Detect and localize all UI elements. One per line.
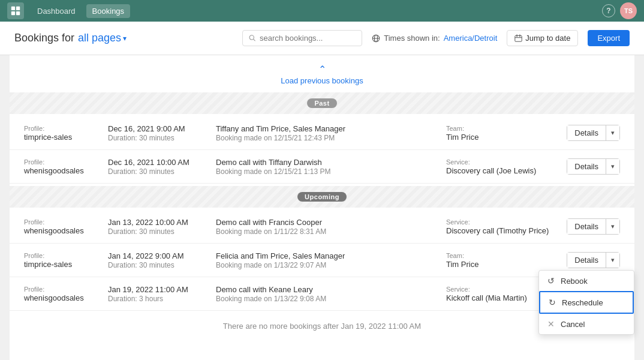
upcoming-section-divider: Upcoming xyxy=(10,186,634,208)
nav-bookings[interactable]: Bookings xyxy=(86,4,130,18)
profile-col: Profile: whenisgoodsales xyxy=(24,218,108,235)
bookings-card: ⌃ Load previous bookings Past Profile: t… xyxy=(10,55,634,360)
profile-col: Profile: whenisgoodsales xyxy=(24,286,108,302)
profile-label: Profile: xyxy=(24,218,108,226)
duration-value: Duration: 30 minutes xyxy=(108,134,216,142)
export-button[interactable]: Export xyxy=(588,30,630,46)
search-icon xyxy=(249,34,256,42)
globe-icon xyxy=(372,34,380,43)
timezone-info: Times shown in: America/Detroit xyxy=(372,34,497,43)
duration-value: Duration: 3 hours xyxy=(108,295,216,303)
actions-col: Details ▾ xyxy=(554,125,620,141)
header-controls: Times shown in: America/Detroit Jump to … xyxy=(242,30,630,46)
svg-rect-3 xyxy=(16,11,20,15)
date-value: Dec 16, 2021 9:00 AM xyxy=(108,124,216,133)
event-col: Demo call with Francis Cooper Booking ma… xyxy=(216,218,446,236)
timezone-value[interactable]: America/Detroit xyxy=(444,34,498,43)
date-value: Jan 14, 2022 9:00 AM xyxy=(108,251,216,260)
datetime-col: Jan 14, 2022 9:00 AM Duration: 30 minute… xyxy=(108,251,216,269)
all-pages-filter[interactable]: all pages ▾ xyxy=(78,32,127,44)
help-icon[interactable]: ? xyxy=(602,4,615,17)
booking-made: Booking made on 1/13/22 9:07 AM xyxy=(216,261,446,269)
booking-made: Booking made on 12/15/21 1:13 PM xyxy=(216,167,446,176)
service-label: Service: xyxy=(446,286,554,293)
duration-value: Duration: 30 minutes xyxy=(108,167,216,176)
all-pages-label: all pages xyxy=(78,32,121,44)
booking-made: Booking made on 12/15/21 12:43 PM xyxy=(216,134,446,142)
nav-dashboard[interactable]: Dashboard xyxy=(31,4,82,18)
svg-rect-9 xyxy=(515,35,522,41)
profile-value: whenisgoodsales xyxy=(24,166,108,175)
load-previous-button[interactable]: ⌃ Load previous bookings xyxy=(10,55,634,90)
profile-col: Profile: timprice-sales xyxy=(24,125,108,142)
svg-rect-2 xyxy=(11,11,15,15)
details-button[interactable]: Details xyxy=(567,253,606,268)
details-dropdown-trigger[interactable]: ▾ xyxy=(606,219,619,234)
timezone-label: Times shown in: xyxy=(384,34,440,43)
svg-line-5 xyxy=(254,39,255,41)
event-col: Tiffany and Tim Price, Sales Manager Boo… xyxy=(216,124,446,142)
booking-actions-dropdown: ↺ Rebook ↻ Reschedule ✕ Cancel xyxy=(538,270,634,335)
duration-value: Duration: 30 minutes xyxy=(108,261,216,269)
datetime-col: Dec 16, 2021 9:00 AM Duration: 30 minute… xyxy=(108,124,216,142)
page-title: Bookings for all pages ▾ xyxy=(14,32,127,44)
rebook-option[interactable]: ↺ Rebook xyxy=(539,271,634,291)
upcoming-label: Upcoming xyxy=(297,192,347,202)
main-content: ⌃ Load previous bookings Past Profile: t… xyxy=(0,55,644,360)
event-name: Demo call with Francis Cooper xyxy=(216,218,446,227)
team-col: Team: Tim Price xyxy=(446,252,554,269)
service-col: Service: Discovery call (Timothy Price) xyxy=(446,218,554,235)
search-container xyxy=(242,30,362,46)
team-value: Tim Price xyxy=(446,133,554,142)
details-button[interactable]: Details xyxy=(567,219,606,234)
event-col: Felicia and Tim Price, Sales Manager Boo… xyxy=(216,251,446,269)
load-previous-label: Load previous bookings xyxy=(281,76,363,85)
details-button[interactable]: Details xyxy=(567,125,606,140)
svg-rect-1 xyxy=(16,7,20,10)
reschedule-label: Reschedule xyxy=(562,298,603,307)
team-col: Team: Tim Price xyxy=(446,125,554,142)
calendar-icon xyxy=(514,34,522,42)
sub-header: Bookings for all pages ▾ Times shown in:… xyxy=(0,22,644,55)
filter-chevron-icon: ▾ xyxy=(123,34,127,43)
profile-value: whenisgoodsales xyxy=(24,293,108,302)
svg-rect-0 xyxy=(11,7,15,10)
reschedule-option[interactable]: ↻ Reschedule xyxy=(539,291,634,314)
event-col: Demo call with Keane Leary Booking made … xyxy=(216,285,446,303)
table-row: Profile: whenisgoodsales Jan 13, 2022 10… xyxy=(10,210,634,244)
details-button[interactable]: Details xyxy=(567,159,606,174)
datetime-col: Jan 13, 2022 10:00 AM Duration: 30 minut… xyxy=(108,218,216,236)
profile-col: Profile: whenisgoodsales xyxy=(24,158,108,175)
actions-col: Details ▾ xyxy=(554,158,620,175)
event-name: Demo call with Keane Leary xyxy=(216,285,446,294)
reschedule-icon: ↻ xyxy=(549,298,556,307)
rebook-icon: ↺ xyxy=(547,276,555,286)
details-btn-group: Details ▾ xyxy=(567,125,620,141)
service-value: Discovery call (Joe Lewis) xyxy=(446,166,554,175)
team-value: Tim Price xyxy=(446,260,554,269)
details-dropdown-trigger[interactable]: ▾ xyxy=(606,159,619,174)
profile-label: Profile: xyxy=(24,286,108,293)
datetime-col: Jan 19, 2022 11:00 AM Duration: 3 hours xyxy=(108,285,216,303)
top-navigation: Dashboard Bookings ? TS xyxy=(0,0,644,22)
jump-to-date-button[interactable]: Jump to date xyxy=(507,30,578,46)
details-dropdown-trigger[interactable]: ▾ xyxy=(606,253,619,268)
title-prefix: Bookings for xyxy=(14,32,74,44)
service-label: Service: xyxy=(446,158,554,166)
cancel-option[interactable]: ✕ Cancel xyxy=(539,314,634,334)
app-logo xyxy=(7,2,24,19)
jump-label: Jump to date xyxy=(525,34,570,43)
details-btn-group: Details ▾ xyxy=(567,158,620,175)
booking-made: Booking made on 1/13/22 9:08 AM xyxy=(216,295,446,303)
search-input[interactable] xyxy=(260,34,356,43)
team-label: Team: xyxy=(446,125,554,132)
details-btn-group: Details ▾ xyxy=(567,252,620,268)
no-more-label: There are no more bookings after Jan 19,… xyxy=(223,322,421,331)
service-label: Service: xyxy=(446,218,554,226)
event-col: Demo call with Tiffany Darwish Booking m… xyxy=(216,158,446,176)
user-avatar[interactable]: TS xyxy=(620,2,637,19)
service-col: Service: Kickoff call (Mia Martin) xyxy=(446,286,554,302)
rebook-label: Rebook xyxy=(561,277,588,286)
event-name: Tiffany and Tim Price, Sales Manager xyxy=(216,124,446,133)
details-dropdown-trigger[interactable]: ▾ xyxy=(606,125,619,140)
